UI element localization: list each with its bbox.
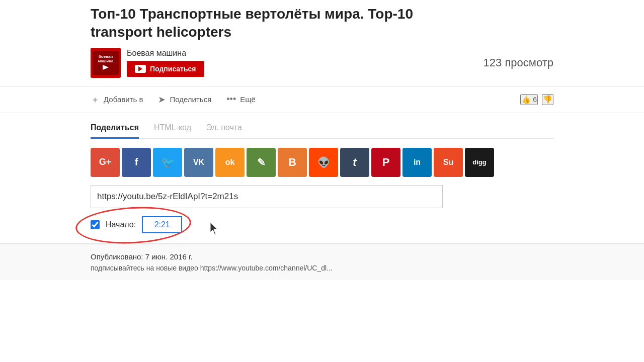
tab-email[interactable]: Эл. почта — [206, 123, 242, 139]
actions-row: ＋ Добавить в ➤ Поделиться ••• Ещё 👍 6 👎 — [0, 86, 644, 113]
dislike-button[interactable]: 👎 — [542, 94, 553, 105]
play-icon — [138, 66, 142, 71]
url-row — [91, 185, 553, 208]
plus-icon: ＋ — [91, 94, 100, 106]
stumbleupon-icon[interactable]: Su — [434, 148, 463, 177]
channel-logo-text: боевая машина — [98, 54, 113, 71]
views-count: 123 просмотр — [484, 56, 553, 69]
published-section: Опубликовано: 7 июн. 2016 г. подписывайт… — [0, 244, 644, 280]
digg-icon[interactable]: digg — [465, 148, 494, 177]
linkedin-icon[interactable]: in — [403, 148, 432, 177]
like-button[interactable]: 👍 6 — [520, 94, 538, 105]
channel-logo: боевая машина — [91, 48, 121, 78]
share-tabs: Поделиться HTML-код Эл. почта — [91, 123, 553, 139]
add-to-button[interactable]: ＋ Добавить в — [91, 94, 143, 106]
more-icon: ••• — [226, 94, 236, 105]
social-icons-row: G+ f 🐦 VK ok ✎ B 👽 t P in Su digg — [91, 148, 553, 177]
pinterest-icon[interactable]: P — [371, 148, 400, 177]
start-label: Начало: — [106, 220, 136, 229]
channel-name: Боевая машина — [127, 49, 204, 58]
tab-share[interactable]: Поделиться — [91, 123, 139, 139]
channel-info: Боевая машина Подписаться — [127, 49, 204, 77]
start-time-row: Начало: — [91, 216, 553, 233]
odnoklassniki-icon[interactable]: ok — [215, 148, 245, 177]
gplus-icon[interactable]: G+ — [91, 148, 120, 177]
evernote-icon[interactable]: ✎ — [247, 148, 276, 177]
start-time-input[interactable] — [142, 216, 182, 233]
share-icon: ➤ — [158, 94, 166, 105]
youtube-icon — [135, 65, 146, 73]
vk-icon[interactable]: VK — [184, 148, 213, 177]
twitter-icon[interactable]: 🐦 — [153, 148, 182, 177]
tumblr-icon[interactable]: t — [340, 148, 369, 177]
description-text: подписывайтесь на новые видео https://ww… — [91, 264, 553, 272]
video-title: Топ-10 Транспортные вертолёты мира. Top-… — [91, 5, 553, 42]
published-date: Опубликовано: 7 июн. 2016 г. — [91, 252, 553, 261]
share-url-input[interactable] — [91, 185, 443, 208]
title-section: Топ-10 Транспортные вертолёты мира. Top-… — [0, 0, 644, 86]
page-wrapper: Топ-10 Транспортные вертолёты мира. Top-… — [0, 0, 644, 362]
reddit-icon[interactable]: 👽 — [309, 148, 338, 177]
facebook-icon[interactable]: f — [122, 148, 151, 177]
share-section: Поделиться HTML-код Эл. почта G+ f 🐦 VK … — [0, 113, 644, 244]
like-section: 👍 6 👎 — [520, 94, 553, 105]
blogger-icon[interactable]: B — [278, 148, 307, 177]
thumbs-down-icon: 👎 — [543, 95, 552, 104]
more-button[interactable]: ••• Ещё — [226, 94, 256, 105]
cursor-indicator — [208, 221, 220, 238]
channel-row: боевая машина Боевая машина Подписаться — [91, 48, 553, 78]
svg-marker-0 — [103, 65, 109, 70]
start-checkbox[interactable] — [91, 220, 100, 229]
thumbs-up-icon: 👍 — [521, 95, 531, 104]
share-button[interactable]: ➤ Поделиться — [158, 94, 211, 105]
subscribe-button[interactable]: Подписаться — [127, 61, 204, 77]
cursor-icon — [208, 221, 220, 236]
tab-html[interactable]: HTML-код — [154, 123, 191, 139]
